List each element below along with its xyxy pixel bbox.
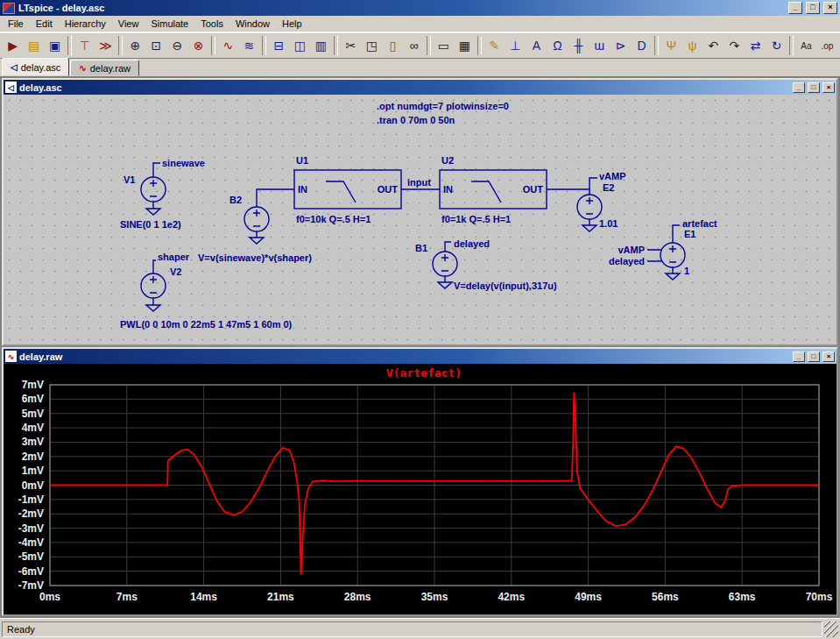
capacitor-icon[interactable]: ╫ bbox=[568, 35, 589, 56]
y-axis-tick-label: 5mV bbox=[22, 408, 44, 420]
zoom-full-icon[interactable]: ⊗ bbox=[188, 35, 208, 56]
print-preview-icon[interactable]: ▭ bbox=[434, 35, 454, 56]
new-schematic-icon[interactable]: ▶ bbox=[3, 35, 23, 56]
cascade-windows-icon[interactable]: ▥ bbox=[311, 35, 331, 56]
b1-value[interactable]: V=delay(v(input),317u) bbox=[454, 280, 557, 291]
b2-value[interactable]: V=v(sinewave)*v(shaper) bbox=[198, 252, 312, 263]
plot-settings-icon[interactable]: ≋ bbox=[239, 35, 259, 56]
menu-view[interactable]: View bbox=[112, 17, 145, 31]
zoom-region-icon[interactable]: ⊡ bbox=[146, 35, 166, 56]
u1-value[interactable]: f0=10k Q=.5 H=1 bbox=[296, 214, 371, 224]
b2-behavioral-source[interactable] bbox=[244, 189, 294, 244]
e2-value[interactable]: 1.01 bbox=[599, 218, 618, 229]
diode-icon[interactable]: ⊳ bbox=[611, 35, 631, 56]
schematic-minimize-button[interactable]: _ bbox=[793, 82, 805, 93]
paste-icon[interactable]: ▯ bbox=[383, 35, 403, 56]
save-icon[interactable]: ▣ bbox=[45, 35, 65, 56]
net-label-vamp[interactable]: vAMP bbox=[599, 171, 626, 181]
zoom-in-icon[interactable]: ⊕ bbox=[125, 35, 145, 56]
inductor-icon[interactable]: ɯ bbox=[589, 35, 610, 56]
tile-vertical-icon[interactable]: ◫ bbox=[290, 35, 310, 56]
close-button[interactable]: × bbox=[823, 2, 837, 14]
net-label-sinewave[interactable]: sinewave bbox=[162, 158, 205, 168]
rotate-icon[interactable]: ↻ bbox=[766, 35, 787, 56]
schematic-close-button[interactable]: × bbox=[822, 82, 835, 93]
u2-value[interactable]: f0=1k Q=.5 H=1 bbox=[441, 214, 511, 224]
e1-vcvs-source[interactable] bbox=[647, 225, 685, 280]
drag-icon[interactable]: ψ bbox=[682, 35, 702, 56]
plot-axis-labels: 7mV6mV5mV4mV3mV2mV1mV0mV-1mV-2mV-3mV-4mV… bbox=[18, 379, 833, 603]
e1-input-delayed[interactable]: delayed bbox=[609, 256, 645, 266]
u2-refdes[interactable]: U2 bbox=[441, 155, 454, 166]
menu-file[interactable]: File bbox=[2, 17, 30, 31]
resistor-icon[interactable]: Ω bbox=[547, 35, 568, 56]
minimize-button[interactable]: _ bbox=[788, 2, 802, 14]
net-label-delayed[interactable]: delayed bbox=[454, 238, 490, 249]
menu-help[interactable]: Help bbox=[276, 17, 308, 31]
control-panel-icon[interactable]: ⊤ bbox=[74, 35, 95, 56]
v1-value[interactable]: SINE(0 1 1e2) bbox=[120, 219, 181, 230]
menu-tools[interactable]: Tools bbox=[194, 17, 229, 31]
v2-voltage-source[interactable] bbox=[141, 260, 166, 311]
redo-icon[interactable]: ↷ bbox=[724, 35, 745, 56]
zoom-out-icon[interactable]: ⊖ bbox=[167, 35, 187, 56]
e1-refdes[interactable]: E1 bbox=[684, 229, 695, 239]
y-axis-tick-label: -6mV bbox=[18, 565, 44, 578]
text-icon[interactable]: Aa bbox=[796, 35, 816, 56]
x-axis-tick-label: 49ms bbox=[575, 591, 602, 603]
spice-directive-icon[interactable]: .op bbox=[817, 35, 837, 56]
ground-icon[interactable]: ⊥ bbox=[505, 35, 526, 56]
b2-refdes[interactable]: B2 bbox=[229, 195, 242, 205]
tab-delay-asc[interactable]: ◁ delay.asc bbox=[2, 58, 69, 76]
schematic-restore-button[interactable]: □ bbox=[808, 82, 820, 93]
titlebar[interactable]: LTspice - delay.asc _ □ × bbox=[0, 0, 840, 16]
schematic-window-titlebar[interactable]: ◁ delay.asc _ □ × bbox=[4, 80, 836, 95]
open-icon[interactable]: ▤ bbox=[24, 35, 44, 56]
find-icon[interactable]: ∞ bbox=[404, 35, 424, 56]
u1-refdes[interactable]: U1 bbox=[296, 155, 308, 166]
schematic-canvas[interactable]: .opt numdgt=7 plotwinsize=0 .tran 0 70m … bbox=[4, 95, 836, 344]
move-icon[interactable]: Ψ bbox=[661, 35, 681, 56]
copy-icon[interactable]: ◳ bbox=[362, 35, 382, 56]
net-label-shaper[interactable]: shaper bbox=[158, 252, 190, 262]
autorange-waveform-icon[interactable]: ∿ bbox=[218, 35, 238, 56]
tile-horizontal-icon[interactable]: ⊟ bbox=[269, 35, 289, 56]
undo-icon[interactable]: ↶ bbox=[703, 35, 724, 56]
tab-delay-raw[interactable]: ∿ delay.raw bbox=[70, 60, 139, 76]
menu-edit[interactable]: Edit bbox=[30, 17, 59, 31]
spice-directive-opt[interactable]: .opt numdgt=7 plotwinsize=0 bbox=[377, 101, 509, 111]
menu-hierarchy[interactable]: Hierarchy bbox=[59, 17, 112, 31]
label-net-icon[interactable]: A bbox=[526, 35, 547, 56]
plot-title[interactable]: V(artefact) bbox=[386, 366, 462, 380]
draft-wire-icon[interactable]: ✎ bbox=[484, 35, 505, 56]
waveform-close-button[interactable]: × bbox=[822, 351, 835, 362]
waveform-restore-button[interactable]: □ bbox=[808, 351, 820, 362]
restore-button[interactable]: □ bbox=[806, 2, 820, 14]
v2-refdes[interactable]: V2 bbox=[170, 266, 181, 277]
spice-directive-tran[interactable]: .tran 0 70m 0 50n bbox=[377, 115, 455, 125]
component-icon[interactable]: D bbox=[632, 35, 652, 56]
menu-window[interactable]: Window bbox=[229, 17, 276, 31]
print-icon[interactable]: ▦ bbox=[455, 35, 475, 56]
e2-vcvs-source[interactable] bbox=[547, 178, 602, 231]
run-icon[interactable]: ≫ bbox=[95, 35, 116, 56]
cut-icon[interactable]: ✂ bbox=[341, 35, 361, 56]
toolbar-separator bbox=[118, 36, 123, 55]
mirror-icon[interactable]: ⇄ bbox=[745, 35, 766, 56]
b1-refdes[interactable]: B1 bbox=[415, 243, 427, 253]
waveform-minimize-button[interactable]: _ bbox=[793, 351, 805, 362]
net-label-artefact[interactable]: artefact bbox=[682, 218, 717, 229]
y-axis-tick-label: -3mV bbox=[18, 522, 44, 535]
e1-input-vamp[interactable]: vAMP bbox=[618, 245, 645, 255]
v1-voltage-source[interactable] bbox=[141, 163, 166, 215]
v1-refdes[interactable]: V1 bbox=[124, 174, 135, 185]
net-label-input[interactable]: input bbox=[407, 177, 431, 188]
v2-value[interactable]: PWL(0 0 10m 0 22m5 1 47m5 1 60m 0) bbox=[120, 319, 293, 330]
menu-simulate[interactable]: Simulate bbox=[145, 17, 194, 31]
waveform-window-titlebar[interactable]: ∿ delay.raw _ □ × bbox=[4, 349, 836, 364]
e1-value[interactable]: 1 bbox=[684, 266, 689, 276]
resize-grip[interactable] bbox=[824, 621, 838, 637]
waveform-plot-area[interactable]: 7mV6mV5mV4mV3mV2mV1mV0mV-1mV-2mV-3mV-4mV… bbox=[4, 364, 836, 614]
mdi-area: ◁ delay.asc _ □ × bbox=[0, 77, 840, 618]
e2-refdes[interactable]: E2 bbox=[603, 182, 614, 193]
